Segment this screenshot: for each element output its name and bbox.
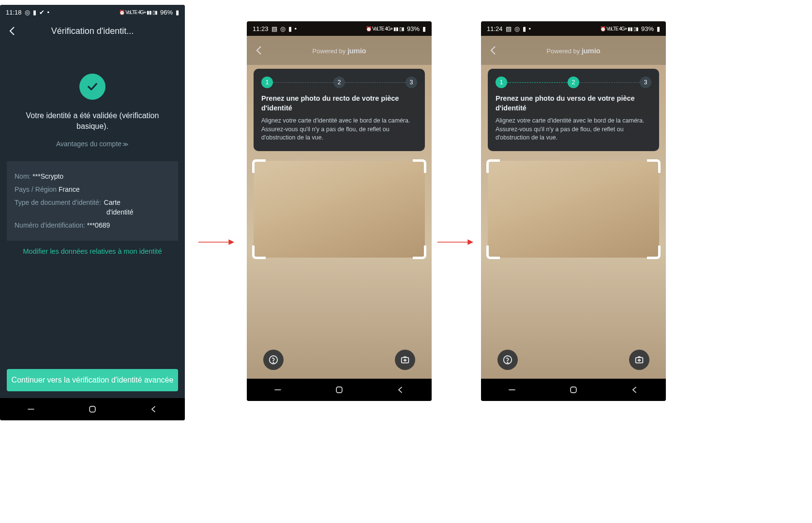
back-nav-icon[interactable] <box>149 404 159 414</box>
alarm-icon: ◎ <box>280 25 286 32</box>
battery-icon: ▮ <box>422 25 426 32</box>
step-line-1-2 <box>507 82 568 83</box>
status-battery: 96% <box>160 9 173 16</box>
android-nav-bar <box>247 379 432 401</box>
jumio-header: Powered by jumio <box>247 36 432 65</box>
svg-marker-5 <box>228 239 234 245</box>
instruction-body: Alignez votre carte d'identité avec le b… <box>496 117 651 142</box>
android-nav-bar <box>0 398 185 420</box>
dot-icon: • <box>529 25 531 32</box>
battery-icon: ▮ <box>176 9 179 16</box>
step-1: 1 <box>496 77 507 88</box>
recents-icon[interactable] <box>273 385 283 395</box>
frame-corner-br <box>413 246 426 259</box>
switch-camera-button[interactable] <box>629 350 649 370</box>
step-line-2-3 <box>345 82 406 83</box>
continue-advanced-verification-button[interactable]: Continuer vers la vérification d'identit… <box>7 369 178 391</box>
alarm-icon: ◎ <box>514 25 520 32</box>
recents-icon[interactable] <box>26 404 36 414</box>
status-time: 11:18 <box>6 9 22 16</box>
svg-rect-12 <box>336 387 342 393</box>
flow-arrow-2 <box>436 237 474 247</box>
frame-corner-tl <box>252 159 266 173</box>
modify-identity-link[interactable]: Modifier les données relatives à mon ide… <box>0 247 185 255</box>
frame-corner-bl <box>486 246 500 259</box>
account-advantages-link[interactable]: Avantages du compte≫ <box>0 140 185 148</box>
home-icon[interactable] <box>88 404 97 414</box>
instruction-title: Prenez une photo du recto de votre pièce… <box>261 94 417 113</box>
back-icon[interactable] <box>488 45 499 56</box>
status-bar: 11:24 ▧ ◎ ▮ • ⏰ VoLTE 4G+ ▮▮ ▯▮ 93% ▮ <box>481 21 666 36</box>
dot-icon: • <box>295 25 297 32</box>
battery-icon: ▮ <box>657 25 660 32</box>
chat-icon: ▮ <box>288 25 292 32</box>
validated-message: Votre identité a été validée (vérificati… <box>0 110 185 132</box>
success-check-icon <box>79 74 105 100</box>
powered-by-prefix: Powered by <box>313 47 347 55</box>
flow-arrow-1 <box>197 237 235 247</box>
camera-capture-frame[interactable] <box>254 161 425 258</box>
phone-capture-back: 11:24 ▧ ◎ ▮ • ⏰ VoLTE 4G+ ▮▮ ▯▮ 93% ▮ Po… <box>481 21 666 401</box>
back-icon[interactable] <box>254 45 265 56</box>
step-3: 3 <box>406 77 417 88</box>
name-label: Nom: <box>15 172 30 180</box>
switch-camera-button[interactable] <box>395 350 415 370</box>
home-icon[interactable] <box>569 385 578 395</box>
help-button[interactable] <box>263 350 284 370</box>
idnum-value: ***0689 <box>87 221 110 229</box>
jumio-powered-by: Powered by jumio <box>265 46 413 55</box>
phone-capture-front: 11:23 ▧ ◎ ▮ • ⏰ VoLTE 4G+ ▮▮ ▯▮ 93% ▮ Po… <box>247 21 432 401</box>
network-icons: ⏰ VoLTE 4G+ ▮▮ ▯▮ <box>600 26 638 31</box>
status-bar: 11:18 ◎ ▮ ✔ • ⏰ VoLTE 4G+ ▮▮ ▯▮ 96% ▮ <box>0 5 185 19</box>
step-1: 1 <box>261 77 273 88</box>
name-value: ***Scrypto <box>32 172 63 180</box>
image-icon: ▧ <box>506 25 511 32</box>
step-2: 2 <box>568 77 579 88</box>
powered-by-brand: jumio <box>582 46 601 55</box>
frame-corner-tr <box>647 159 661 173</box>
step-2: 2 <box>333 77 345 88</box>
step-3: 3 <box>640 77 651 88</box>
camera-capture-frame[interactable] <box>488 161 659 258</box>
powered-by-brand: jumio <box>347 46 366 55</box>
idnum-row: Numéro d'identification: ***0689 <box>15 219 170 232</box>
instruction-title: Prenez une photo du verso de votre pièce… <box>496 94 651 113</box>
svg-point-16 <box>507 362 508 363</box>
identity-info-card: Nom: ***Scrypto Pays / Région France Typ… <box>7 161 178 241</box>
step-line-1-2 <box>273 82 333 83</box>
svg-marker-14 <box>467 239 473 245</box>
instruction-card: 1 2 3 Prenez une photo du recto de votre… <box>254 69 425 151</box>
chevron-right-icon: ≫ <box>122 141 129 148</box>
frame-corner-tl <box>486 159 500 173</box>
page-title: Vérification d'identit... <box>18 26 166 36</box>
svg-rect-17 <box>636 357 643 363</box>
frame-corner-br <box>647 246 661 259</box>
step-indicator: 1 2 3 <box>496 77 651 88</box>
svg-rect-8 <box>402 357 409 363</box>
country-row: Pays / Région France <box>15 183 170 196</box>
frame-corner-tr <box>413 159 426 173</box>
chat-icon: ▮ <box>33 9 36 16</box>
recents-icon[interactable] <box>507 385 517 395</box>
instruction-card: 1 2 3 Prenez une photo du verso de votre… <box>488 69 659 151</box>
back-icon[interactable] <box>7 25 18 37</box>
android-nav-bar <box>481 379 666 401</box>
country-value: France <box>59 185 80 193</box>
step-line-2-3 <box>579 82 640 83</box>
back-nav-icon[interactable] <box>396 385 406 395</box>
svg-rect-21 <box>571 387 576 393</box>
status-battery: 93% <box>407 25 420 32</box>
help-button[interactable] <box>497 350 518 370</box>
idnum-label: Numéro d'identification: <box>15 221 85 229</box>
home-icon[interactable] <box>334 385 344 395</box>
back-nav-icon[interactable] <box>630 385 640 395</box>
alarm-icon: ◎ <box>25 9 30 16</box>
advantages-label: Avantages du compte <box>56 140 121 148</box>
network-icons: ⏰ VoLTE 4G+ ▮▮ ▯▮ <box>366 26 404 31</box>
frame-corner-bl <box>252 246 266 259</box>
name-row: Nom: ***Scrypto <box>15 170 170 183</box>
jumio-powered-by: Powered by jumio <box>499 46 647 55</box>
doc-label: Type de document d'identité: <box>15 196 101 209</box>
status-time: 11:23 <box>253 25 269 32</box>
instruction-body: Alignez votre carte d'identité avec le b… <box>261 117 417 142</box>
